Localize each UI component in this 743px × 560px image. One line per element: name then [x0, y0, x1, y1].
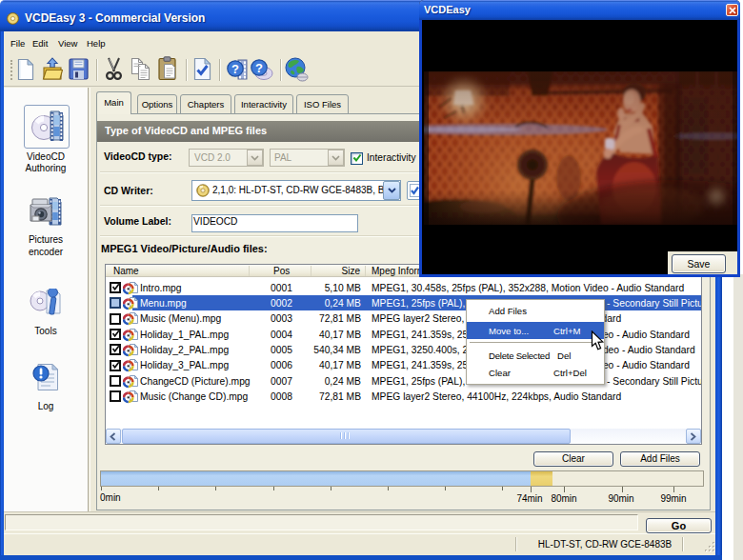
- svg-text:?: ?: [231, 62, 239, 76]
- svg-text:?: ?: [255, 61, 263, 75]
